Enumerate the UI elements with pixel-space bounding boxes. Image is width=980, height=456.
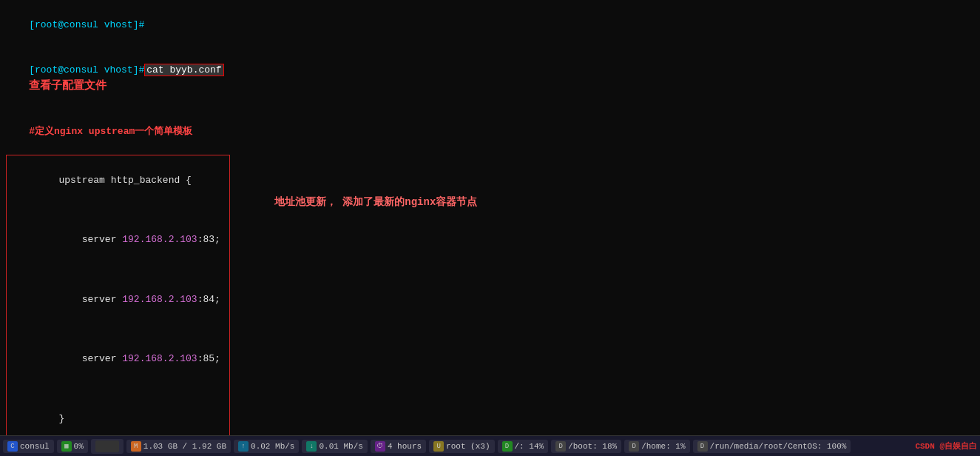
net-down-label: 0.01 Mb/s <box>319 442 362 451</box>
annotation-view-config: 查看子配置文件 <box>29 80 107 93</box>
taskbar-item-consul[interactable]: C consul <box>3 440 54 453</box>
taskbar-item-net-up[interactable]: ↑ 0.02 Mb/s <box>234 440 299 453</box>
upstream-close: } <box>13 397 220 435</box>
upstream-server85: server 192.168.2.103:85; <box>13 337 220 381</box>
disk-root-label: /: 14% <box>515 442 544 451</box>
disk-centos-label: /run/media/root/CentOS: 100% <box>710 442 847 451</box>
users-label: root (x3) <box>446 442 490 451</box>
disk-boot-icon: D <box>555 441 566 452</box>
disk-home-icon: D <box>629 441 639 452</box>
time-label: 4 hours <box>388 442 422 451</box>
terminal-line-1: [root@consul vhost]# <box>6 3 974 47</box>
consul-label: consul <box>20 442 50 451</box>
disk-centos-icon: D <box>697 441 708 452</box>
upstream-box: upstream http_backend { server 192.168.2… <box>6 155 230 435</box>
disk-boot-label: /boot: 18% <box>568 442 617 451</box>
taskbar-item-disk-boot[interactable]: D /boot: 18% <box>551 440 621 453</box>
cpu-label: 0% <box>74 442 84 451</box>
taskbar-item-net-down[interactable]: ↓ 0.01 Mb/s <box>302 440 367 453</box>
upstream-server84: server 192.168.2.103:84; <box>13 278 220 322</box>
prompt-2: [root@consul vhost]# <box>29 64 144 76</box>
taskbar-item-users[interactable]: U root (x3) <box>429 440 494 453</box>
taskbar-item-disk-home[interactable]: D /home: 1% <box>624 440 689 453</box>
mem-label: 1.03 GB / 1.92 GB <box>143 442 226 451</box>
mem-icon: M <box>131 441 141 452</box>
cmd-cat: cat byyb.conf <box>144 64 223 76</box>
taskbar-right: CSDN @自娱自白 <box>915 440 977 452</box>
cpu-icon: ▦ <box>61 441 72 452</box>
terminal-line-3: #定义nginx upstream一个简单模板 <box>6 110 974 154</box>
user-icon: U <box>433 441 444 452</box>
upstream-blank4 <box>13 382 220 397</box>
net-down-icon: ↓ <box>306 441 317 452</box>
upstream-blank1 <box>13 203 220 218</box>
annotation-pool-update: 地址池更新， 添加了最新的nginx容器节点 <box>274 195 477 209</box>
taskbar-item-mem[interactable]: M 1.03 GB / 1.92 GB <box>126 440 231 453</box>
taskbar: C consul ▦ 0% M 1.03 GB / 1.92 GB ↑ 0.02… <box>0 435 980 456</box>
taskbar-item-img[interactable] <box>91 439 124 454</box>
csdn-label: CSDN @自娱自白 <box>915 440 977 452</box>
clock-icon: ⏱ <box>375 441 385 452</box>
upstream-server83: server 192.168.2.103:83; <box>13 218 220 262</box>
net-up-icon: ↑ <box>238 441 249 452</box>
terminal: [root@consul vhost]# [root@consul vhost]… <box>0 0 980 435</box>
upstream-blank3 <box>13 322 220 337</box>
disk-root-icon: D <box>502 441 513 452</box>
code-block-upstream: upstream http_backend { server 192.168.2… <box>6 155 974 435</box>
taskbar-item-disk-root[interactable]: D /: 14% <box>498 440 549 453</box>
upstream-open: upstream http_backend { <box>13 158 220 203</box>
img-thumb <box>95 440 119 452</box>
net-up-label: 0.02 Mb/s <box>251 442 294 451</box>
upstream-blank2 <box>13 263 220 278</box>
taskbar-item-disk-centos[interactable]: D /run/media/root/CentOS: 100% <box>693 440 851 453</box>
terminal-line-2: [root@consul vhost]#cat byyb.conf 查看子配置文… <box>6 47 974 110</box>
disk-home-label: /home: 1% <box>641 442 685 451</box>
comment-upstream: #定义nginx upstream一个简单模板 <box>29 126 192 137</box>
consul-icon: C <box>7 441 18 452</box>
prompt-1: [root@consul vhost]# <box>29 19 144 30</box>
taskbar-item-time[interactable]: ⏱ 4 hours <box>371 440 426 453</box>
taskbar-item-cpu[interactable]: ▦ 0% <box>57 440 88 453</box>
